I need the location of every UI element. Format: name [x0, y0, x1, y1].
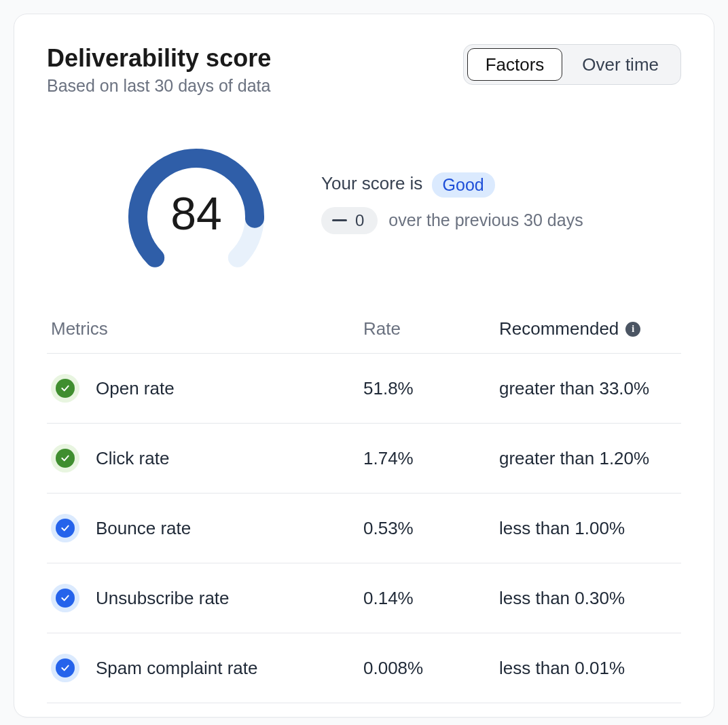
metrics-table: Metrics Rate Recommended i Open rate51.8…: [47, 318, 681, 703]
metric-rate: 51.8%: [363, 378, 499, 399]
table-header: Metrics Rate Recommended i: [47, 318, 681, 354]
table-row: Click rate1.74%greater than 1.20%: [47, 424, 681, 494]
score-badge: Good: [432, 172, 495, 198]
metric-cell: Unsubscribe rate: [51, 584, 363, 612]
metric-rate: 1.74%: [363, 448, 499, 469]
metric-recommended: less than 0.30%: [499, 588, 677, 609]
score-delta-pill: 0: [321, 207, 378, 234]
metric-cell: Bounce rate: [51, 514, 363, 542]
metric-name: Spam complaint rate: [96, 658, 257, 679]
metric-rate: 0.53%: [363, 518, 499, 539]
card-title: Deliverability score: [47, 44, 271, 72]
no-change-icon: [332, 219, 347, 221]
table-row: Bounce rate0.53%less than 1.00%: [47, 494, 681, 563]
score-text-block: Your score is Good 0 over the previous 3…: [321, 172, 583, 234]
table-row: Open rate51.8%greater than 33.0%: [47, 354, 681, 424]
score-summary: 84 Your score is Good 0 over the previou…: [115, 135, 681, 271]
metric-recommended: less than 0.01%: [499, 658, 677, 679]
metric-recommended: less than 1.00%: [499, 518, 677, 539]
metric-rate: 0.14%: [363, 588, 499, 609]
metric-name: Click rate: [96, 448, 169, 469]
score-delta-row: 0 over the previous 30 days: [321, 207, 583, 234]
status-check-icon: [51, 374, 79, 403]
col-recommended-label: Recommended: [499, 318, 619, 339]
score-line: Your score is Good: [321, 172, 583, 198]
table-row: Unsubscribe rate0.14%less than 0.30%: [47, 563, 681, 633]
delta-note: over the previous 30 days: [388, 210, 583, 230]
metric-name: Open rate: [96, 378, 175, 399]
tab-over-time[interactable]: Over time: [564, 48, 677, 81]
score-gauge: 84: [115, 135, 278, 271]
metric-recommended: greater than 33.0%: [499, 378, 677, 399]
score-value: 84: [115, 135, 278, 271]
status-check-icon: [51, 654, 79, 682]
col-metrics: Metrics: [51, 318, 363, 339]
info-icon[interactable]: i: [625, 322, 640, 337]
card-header: Deliverability score Based on last 30 da…: [47, 44, 681, 96]
metric-name: Unsubscribe rate: [96, 588, 230, 609]
score-prefix: Your score is: [321, 173, 422, 193]
metric-cell: Spam complaint rate: [51, 654, 363, 682]
col-recommended: Recommended i: [499, 318, 677, 339]
table-row: Spam complaint rate0.008%less than 0.01%: [47, 633, 681, 703]
metric-cell: Open rate: [51, 374, 363, 403]
status-check-icon: [51, 514, 79, 542]
status-check-icon: [51, 444, 79, 472]
delta-value: 0: [355, 211, 364, 230]
view-toggle: Factors Over time: [463, 44, 681, 85]
deliverability-card: Deliverability score Based on last 30 da…: [14, 14, 714, 718]
title-block: Deliverability score Based on last 30 da…: [47, 44, 271, 96]
col-rate: Rate: [363, 318, 499, 339]
status-check-icon: [51, 584, 79, 612]
metric-recommended: greater than 1.20%: [499, 448, 677, 469]
tab-factors[interactable]: Factors: [467, 48, 563, 81]
metric-name: Bounce rate: [96, 518, 191, 539]
metric-rate: 0.008%: [363, 658, 499, 679]
card-subtitle: Based on last 30 days of data: [47, 76, 271, 96]
metric-cell: Click rate: [51, 444, 363, 472]
